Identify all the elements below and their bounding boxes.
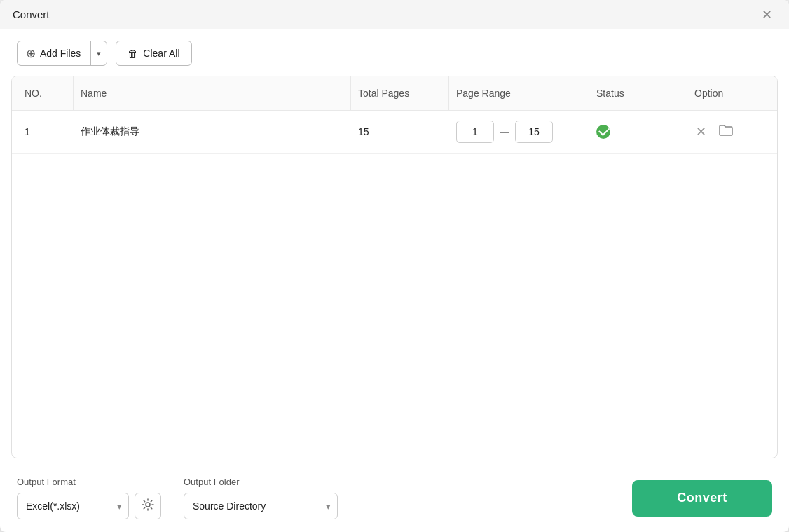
close-button[interactable]: ✕ [757,6,776,24]
cell-option: ✕ [687,113,771,151]
window-title: Convert [13,8,50,20]
footer: Output Format Excel(*.xlsx) Word(*.docx)… [0,467,789,532]
add-files-button[interactable]: ⊕ Add Files [18,41,91,65]
format-settings-button[interactable] [135,493,161,519]
table-row: 1 作业体裁指导 15 — ✕ [12,111,777,154]
main-window: Convert ✕ ⊕ Add Files ▾ 🗑 Clear All NO. … [0,0,789,532]
title-bar: Convert ✕ [0,0,789,29]
table-header: NO. Name Total Pages Page Range Status O… [12,76,777,111]
format-select[interactable]: Excel(*.xlsx) Word(*.docx) PDF CSV [17,493,129,519]
col-total-pages: Total Pages [351,76,449,110]
convert-button[interactable]: Convert [632,480,772,517]
col-status: Status [589,76,687,110]
col-option: Option [687,76,771,110]
settings-icon [142,498,154,514]
cell-name: 作业体裁指导 [74,116,351,148]
page-range-start-input[interactable] [456,121,494,143]
file-table: NO. Name Total Pages Page Range Status O… [11,76,778,458]
plus-icon: ⊕ [26,46,36,61]
clear-all-label: Clear All [143,48,179,59]
delete-file-button[interactable]: ✕ [694,123,708,141]
chevron-down-icon: ▾ [97,49,101,58]
format-select-wrapper: Excel(*.xlsx) Word(*.docx) PDF CSV [17,493,129,519]
folder-icon [719,124,733,140]
toolbar: ⊕ Add Files ▾ 🗑 Clear All [0,29,789,76]
folder-controls: Source Directory Custom Folder [184,493,338,519]
page-range-cell: — [456,121,553,143]
status-success-dot [596,125,610,139]
cell-total-pages: 15 [351,116,449,147]
cell-page-range: — [449,111,589,153]
add-files-dropdown-arrow[interactable]: ▾ [91,41,107,65]
cell-status [589,115,687,149]
output-folder-label: Output Folder [184,477,338,487]
svg-point-0 [146,503,150,507]
output-folder-section: Output Folder Source Directory Custom Fo… [184,477,338,519]
format-controls: Excel(*.xlsx) Word(*.docx) PDF CSV [17,493,161,519]
folder-select-wrapper: Source Directory Custom Folder [184,493,338,519]
page-range-end-input[interactable] [515,121,553,143]
col-name: Name [74,76,351,110]
open-folder-button[interactable] [718,123,734,142]
table-body: 1 作业体裁指导 15 — ✕ [12,111,777,458]
range-dash: — [500,126,509,137]
delete-icon: ✕ [696,124,706,139]
col-page-range: Page Range [449,76,589,110]
trash-icon: 🗑 [128,48,138,60]
output-format-label: Output Format [17,477,161,487]
output-format-section: Output Format Excel(*.xlsx) Word(*.docx)… [17,477,161,519]
folder-select[interactable]: Source Directory Custom Folder [184,493,338,519]
option-cell: ✕ [694,123,734,142]
clear-all-button[interactable]: 🗑 Clear All [116,41,191,66]
cell-no: 1 [18,116,74,147]
add-files-button-group: ⊕ Add Files ▾ [17,41,107,66]
col-no: NO. [18,76,74,110]
add-files-label: Add Files [40,48,81,59]
